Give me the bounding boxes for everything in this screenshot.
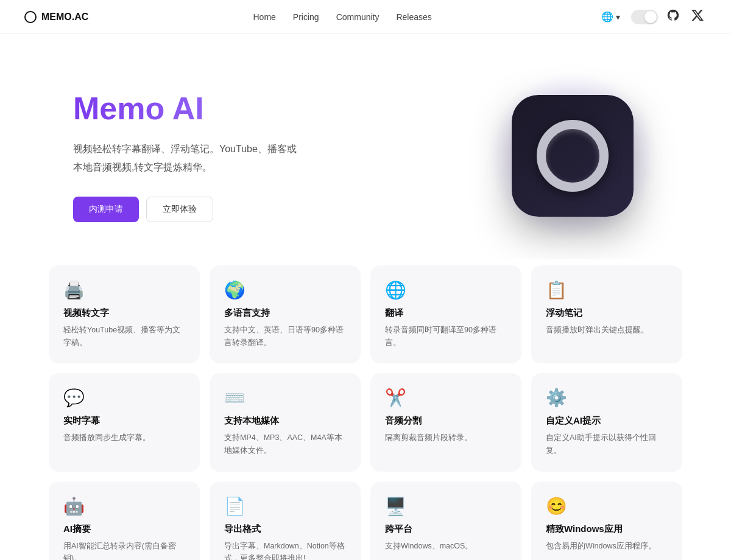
app-icon-ring xyxy=(537,120,609,192)
feature-card-ai-summary: 🤖AI摘要用AI智能汇总转录内容(需自备密钥)。 xyxy=(49,481,200,561)
feature-icon-multilang: 🌍 xyxy=(224,280,346,300)
feature-icon-local-media: ⌨️ xyxy=(224,388,346,408)
feature-title-multilang: 多语言支持 xyxy=(224,307,346,319)
hero-section: Memo AI 视频轻松转字幕翻译、浮动笔记。YouTube、播客或 本地音频视… xyxy=(0,34,731,259)
feature-card-float-notes: 📋浮动笔记音频播放时弹出关键点提醒。 xyxy=(531,265,682,363)
logo[interactable]: MEMO.AC xyxy=(24,11,88,23)
app-icon xyxy=(512,95,634,217)
hero-image xyxy=(487,71,658,241)
feature-desc-audio-split: 隔离剪裁音频片段转录。 xyxy=(385,432,507,444)
logo-text: MEMO.AC xyxy=(41,12,88,23)
feature-icon-audio-split: ✂️ xyxy=(385,388,507,408)
feature-card-export-format: 📄导出格式导出字幕、Markdown、Notion等格式，更多整合即将推出! xyxy=(210,481,361,561)
feature-desc-translation: 转录音频同时可翻译至90多种语言。 xyxy=(385,324,507,349)
nav-right: 🌐 ▾ xyxy=(596,7,707,26)
feature-desc-multilang: 支持中文、英语、日语等90多种语言转录翻译。 xyxy=(224,324,346,349)
feature-card-realtime-subtitle: 💬实时字幕音频播放同步生成字幕。 xyxy=(49,373,200,471)
feature-title-export-format: 导出格式 xyxy=(224,523,346,535)
feature-title-local-media: 支持本地媒体 xyxy=(224,415,346,427)
github-button[interactable] xyxy=(664,7,682,26)
features-grid: 🖨️视频转文字轻松转YouTube视频、播客等为文字稿。🌍多语言支持支持中文、英… xyxy=(49,265,682,560)
hero-text: Memo AI 视频轻松转字幕翻译、浮动笔记。YouTube、播客或 本地音频视… xyxy=(73,89,366,222)
theme-toggle-knob xyxy=(644,11,657,23)
feature-card-custom-ai: ⚙️自定义AI提示自定义AI助手提示以获得个性回复。 xyxy=(531,373,682,471)
feature-desc-ai-summary: 用AI智能汇总转录内容(需自备密钥)。 xyxy=(63,540,185,561)
feature-card-audio-split: ✂️音频分割隔离剪裁音频片段转录。 xyxy=(370,373,521,471)
feature-icon-cross-platform: 🖥️ xyxy=(385,496,507,516)
hero-desc: 视频轻松转字幕翻译、浮动笔记。YouTube、播客或 本地音频视频,转文字提炼精… xyxy=(73,140,366,177)
nav-links: Home Pricing Community Releases xyxy=(253,12,432,22)
feature-icon-ai-summary: 🤖 xyxy=(63,496,185,516)
feature-icon-video-to-text: 🖨️ xyxy=(63,280,185,300)
feature-desc-video-to-text: 轻松转YouTube视频、播客等为文字稿。 xyxy=(63,324,185,349)
feature-title-video-to-text: 视频转文字 xyxy=(63,307,185,319)
feature-card-video-to-text: 🖨️视频转文字轻松转YouTube视频、播客等为文字稿。 xyxy=(49,265,200,363)
feature-icon-export-format: 📄 xyxy=(224,496,346,516)
feature-title-float-notes: 浮动笔记 xyxy=(546,307,668,319)
feature-icon-realtime-subtitle: 💬 xyxy=(63,388,185,408)
hero-title: Memo AI xyxy=(73,89,366,127)
features-section: 🖨️视频转文字轻松转YouTube视频、播客等为文字稿。🌍多语言支持支持中文、英… xyxy=(0,259,731,560)
feature-title-ai-summary: AI摘要 xyxy=(63,523,185,535)
feature-title-realtime-subtitle: 实时字幕 xyxy=(63,415,185,427)
nav-home[interactable]: Home xyxy=(253,12,276,22)
feature-title-cross-platform: 跨平台 xyxy=(385,523,507,535)
logo-icon xyxy=(24,11,37,23)
navbar: MEMO.AC Home Pricing Community Releases … xyxy=(0,0,731,34)
github-icon xyxy=(666,9,680,22)
twitter-button[interactable] xyxy=(688,7,707,26)
feature-icon-windows-app: 😊 xyxy=(546,496,668,516)
nav-community[interactable]: Community xyxy=(336,12,380,22)
feature-desc-windows-app: 包含易用的Windows应用程序。 xyxy=(546,540,668,553)
feature-title-audio-split: 音频分割 xyxy=(385,415,507,427)
feature-title-custom-ai: 自定义AI提示 xyxy=(546,415,668,427)
lang-chevron: ▾ xyxy=(616,12,620,22)
nav-releases[interactable]: Releases xyxy=(396,12,431,22)
beta-apply-button[interactable]: 内测申请 xyxy=(73,197,139,222)
feature-title-translation: 翻译 xyxy=(385,307,507,319)
feature-card-multilang: 🌍多语言支持支持中文、英语、日语等90多种语言转录翻译。 xyxy=(210,265,361,363)
lang-button[interactable]: 🌐 ▾ xyxy=(596,9,625,25)
feature-desc-cross-platform: 支持Windows、macOS。 xyxy=(385,540,507,553)
lang-icon: 🌐 xyxy=(601,11,613,23)
feature-title-windows-app: 精致Windows应用 xyxy=(546,523,668,535)
feature-desc-custom-ai: 自定义AI助手提示以获得个性回复。 xyxy=(546,432,668,457)
feature-icon-translation: 🌐 xyxy=(385,280,507,300)
feature-card-cross-platform: 🖥️跨平台支持Windows、macOS。 xyxy=(370,481,521,561)
feature-icon-custom-ai: ⚙️ xyxy=(546,388,668,408)
twitter-icon xyxy=(691,9,704,22)
feature-icon-float-notes: 📋 xyxy=(546,280,668,300)
try-now-button[interactable]: 立即体验 xyxy=(146,197,213,222)
feature-desc-local-media: 支持MP4、MP3、AAC、M4A等本地媒体文件。 xyxy=(224,432,346,457)
hero-buttons: 内测申请 立即体验 xyxy=(73,197,366,222)
feature-desc-float-notes: 音频播放时弹出关键点提醒。 xyxy=(546,324,668,337)
feature-card-local-media: ⌨️支持本地媒体支持MP4、MP3、AAC、M4A等本地媒体文件。 xyxy=(210,373,361,471)
feature-card-windows-app: 😊精致Windows应用包含易用的Windows应用程序。 xyxy=(531,481,682,561)
feature-card-translation: 🌐翻译转录音频同时可翻译至90多种语言。 xyxy=(370,265,521,363)
theme-toggle[interactable] xyxy=(631,10,658,24)
feature-desc-realtime-subtitle: 音频播放同步生成字幕。 xyxy=(63,432,185,444)
nav-pricing[interactable]: Pricing xyxy=(293,12,319,22)
feature-desc-export-format: 导出字幕、Markdown、Notion等格式，更多整合即将推出! xyxy=(224,540,346,561)
